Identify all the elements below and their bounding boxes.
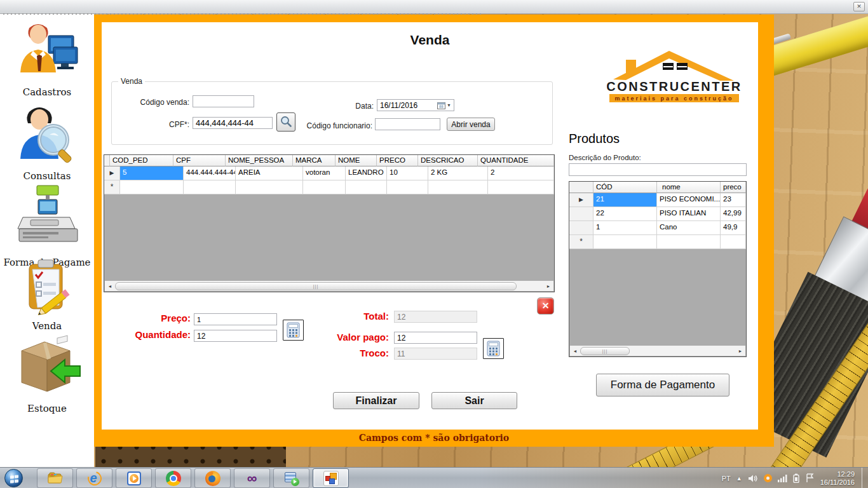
empty-cell[interactable] (721, 235, 746, 249)
explorer-taskbar-button[interactable] (37, 468, 73, 488)
column-header[interactable]: nome (657, 182, 721, 193)
battery-icon[interactable] (793, 473, 799, 483)
empty-cell[interactable] (488, 180, 554, 194)
cell-nome[interactable]: Cano (657, 221, 721, 235)
cell-marca[interactable]: votoran (303, 166, 346, 180)
action-center-flag-icon[interactable] (805, 473, 815, 483)
empty-cell[interactable] (303, 180, 346, 194)
scroll-right-icon[interactable]: ► (543, 284, 553, 288)
cell-descricao[interactable]: 2 KG (428, 166, 488, 180)
scrollbar-thumb[interactable]: ||| (115, 282, 517, 290)
scroll-right-icon[interactable]: ► (735, 349, 745, 353)
valor-pago-input[interactable] (394, 332, 477, 344)
calc-troco-button[interactable] (483, 338, 504, 359)
language-indicator[interactable]: PT (722, 475, 731, 482)
cell-cod[interactable]: 21 (593, 193, 657, 207)
column-header[interactable]: QUANTIDADE (478, 155, 554, 166)
show-desktop-button[interactable] (862, 468, 865, 488)
notification-app-icon[interactable] (764, 474, 772, 482)
sidebar-item-cadastros[interactable]: Cadastros (0, 19, 94, 98)
quantidade-input[interactable] (194, 330, 277, 342)
cell-preco[interactable]: 23 (721, 193, 746, 207)
empty-cell[interactable] (593, 235, 657, 249)
column-header[interactable]: COD_PED (110, 155, 173, 166)
sql-server-taskbar-button[interactable] (273, 468, 309, 488)
sidebar-item-estoque[interactable]: Estoque (0, 327, 94, 414)
empty-cell[interactable] (387, 180, 428, 194)
cell-nome[interactable]: PISO ITALIAN (657, 207, 721, 221)
row-selector (569, 207, 593, 221)
column-header[interactable]: MARCA (293, 155, 336, 166)
scroll-left-icon[interactable]: ◄ (570, 349, 580, 353)
cell-preco[interactable]: 10 (387, 166, 428, 180)
codigo-venda-input[interactable] (193, 95, 254, 107)
cell-nome[interactable]: PISO ECONOMI... (657, 193, 721, 207)
empty-cell[interactable] (184, 180, 236, 194)
cell-cod-ped[interactable]: 5 (120, 166, 184, 180)
speaker-icon[interactable] (748, 474, 758, 483)
sidebar-item-venda[interactable]: Venda (0, 257, 94, 332)
preco-label: Preço: (127, 313, 191, 323)
cell-cod[interactable]: 1 (593, 221, 657, 235)
scroll-left-icon[interactable]: ◄ (105, 284, 115, 288)
table-row[interactable]: 22 PISO ITALIAN 42,99 (569, 207, 746, 221)
cell-nome[interactable]: LEANDRO (346, 166, 387, 180)
visual-studio-taskbar-button[interactable]: ∞ (234, 468, 270, 488)
codigo-funcionario-input[interactable] (375, 118, 440, 130)
media-player-taskbar-button[interactable] (116, 468, 152, 488)
column-header[interactable]: NOME (336, 155, 377, 166)
forma-pagamento-button[interactable]: Forma de Pagamento (596, 374, 729, 396)
scrollbar-thumb[interactable]: ||| (580, 347, 630, 355)
column-header[interactable]: CÓD (593, 182, 657, 193)
network-signal-icon[interactable] (778, 474, 787, 482)
table-row-new[interactable]: * (569, 235, 746, 249)
calc-total-button[interactable] (283, 320, 304, 341)
table-row[interactable]: ▶ 5 444.444.444-44 AREIA votoran LEANDRO… (104, 166, 554, 180)
quantidade-label: Quantidade: (114, 329, 191, 340)
column-header[interactable]: preco (721, 182, 746, 193)
empty-cell[interactable] (120, 180, 184, 194)
cell-nome-pessoa[interactable]: AREIA (236, 166, 303, 180)
sidebar-item-consultas[interactable]: Consultas (0, 102, 94, 182)
start-button[interactable] (4, 469, 23, 487)
abrir-venda-button[interactable]: Abrir venda (447, 118, 495, 131)
clear-close-button[interactable]: ✕ (537, 297, 554, 315)
column-header[interactable]: DESCRICAO (418, 155, 478, 166)
data-datepicker[interactable]: 16/11/2016 ▼ (377, 99, 454, 111)
empty-cell[interactable] (236, 180, 303, 194)
descricao-produto-input[interactable] (569, 163, 747, 176)
firefox-taskbar-button[interactable] (194, 468, 231, 488)
venda-app-taskbar-button[interactable] (313, 468, 349, 488)
table-row[interactable]: 1 Cano 49,9 (569, 221, 746, 235)
internet-explorer-taskbar-button[interactable]: e (76, 468, 112, 488)
cpf-input[interactable] (193, 117, 273, 129)
tray-expand-icon[interactable]: ▲ (736, 475, 742, 482)
column-header[interactable]: CPF (173, 155, 226, 166)
sidebar-item-label: Cadastros (0, 86, 94, 98)
sair-button[interactable]: Sair (431, 392, 517, 409)
cell-quantidade[interactable]: 2 (488, 166, 554, 180)
empty-cell[interactable] (657, 235, 721, 249)
column-header[interactable]: NOME_PESSOA (226, 155, 293, 166)
cpf-search-button[interactable] (276, 112, 295, 132)
cell-preco[interactable]: 42,99 (721, 207, 746, 221)
window-close-icon[interactable]: ✕ (853, 2, 865, 11)
clock[interactable]: 12:29 16/11/2016 (820, 470, 855, 487)
cell-preco[interactable]: 49,9 (721, 221, 746, 235)
sidebar-item-forma-pagamento[interactable]: Forma de Pagame (0, 184, 94, 268)
cell-cpf[interactable]: 444.444.444-44 (184, 166, 236, 180)
cell-cod[interactable]: 22 (593, 207, 657, 221)
produtos-grid-hscrollbar[interactable]: ◄ ||| ► (570, 346, 745, 356)
table-row[interactable]: ▶ 21 PISO ECONOMI... 23 (569, 193, 746, 207)
order-grid-hscrollbar[interactable]: ◄ ||| ► (105, 281, 553, 291)
venda-groupbox: Venda Código venda: Data: 16/11/2016 ▼ C… (111, 81, 553, 145)
new-row-icon: * (569, 235, 593, 249)
table-row-new[interactable]: * (104, 180, 554, 194)
chrome-taskbar-button[interactable] (155, 468, 191, 488)
column-header[interactable]: PRECO (377, 155, 418, 166)
empty-cell[interactable] (346, 180, 387, 194)
produtos-title: Produtos (569, 132, 620, 146)
preco-input[interactable] (194, 313, 277, 325)
finalizar-button[interactable]: Finalizar (333, 392, 419, 409)
empty-cell[interactable] (428, 180, 488, 194)
